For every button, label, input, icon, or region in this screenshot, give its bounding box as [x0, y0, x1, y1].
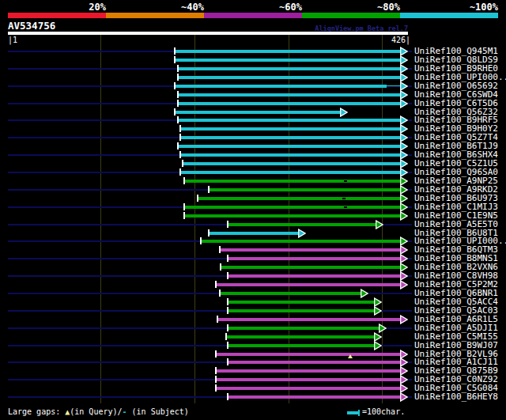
gap-notch	[344, 206, 347, 208]
hit-start-tick	[227, 342, 228, 349]
hit-start-tick	[174, 56, 176, 63]
hit-bar[interactable]	[218, 318, 400, 321]
hit-bar[interactable]	[176, 59, 400, 62]
hit-bar[interactable]	[228, 395, 400, 399]
gap-legend-prefix: Large gaps:	[8, 407, 65, 416]
hit-bar[interactable]	[228, 361, 400, 364]
hit-start-tick	[174, 82, 176, 89]
hit-bar[interactable]	[176, 85, 387, 88]
hit-bar[interactable]	[179, 102, 400, 105]
scale-segment	[106, 13, 204, 18]
hit-start-tick	[174, 47, 176, 55]
hit-start-tick	[183, 212, 185, 219]
scale-segment	[8, 13, 106, 18]
hit-start-tick	[177, 142, 179, 149]
hit-bar[interactable]	[221, 292, 361, 295]
hit-bar[interactable]	[217, 378, 400, 381]
hit-bar[interactable]	[210, 232, 298, 235]
hit-start-tick	[227, 255, 228, 262]
hit-bar[interactable]	[183, 162, 400, 165]
alignview-screen: 20%~40%~60%~80%~100% AV534756 AlignView.…	[0, 0, 506, 420]
gap-notch	[342, 198, 346, 199]
hit-bar[interactable]	[179, 67, 400, 70]
hit-start-tick	[227, 298, 228, 305]
hit-bar[interactable]	[176, 50, 400, 53]
scale-segment-label: ~100%	[470, 2, 498, 13]
hit-start-tick	[179, 134, 181, 141]
hit-bar[interactable]	[181, 136, 400, 139]
hundred-char-sample-bar	[347, 411, 359, 414]
scale-segment-label: 20%	[89, 2, 106, 13]
hit-start-tick	[179, 151, 181, 158]
hundred-char-sample-tick	[358, 410, 360, 416]
gap-legend-subject-text: (in Subject)	[127, 407, 189, 416]
alignment-row: UniRef100_B6HEY8	[0, 392, 506, 402]
hit-bar[interactable]	[185, 180, 400, 183]
hit-bar[interactable]	[228, 257, 400, 260]
query-reference-bar	[8, 32, 408, 35]
hit-start-tick	[227, 307, 228, 314]
hit-start-tick	[177, 65, 179, 72]
hit-bar[interactable]	[228, 274, 400, 278]
hit-start-tick	[177, 100, 179, 107]
hit-bar[interactable]	[179, 76, 400, 79]
hit-start-tick	[227, 324, 228, 331]
hit-bar[interactable]	[181, 127, 400, 131]
hit-label[interactable]: UniRef100_B6HEY8	[414, 392, 498, 402]
hit-bar[interactable]	[179, 119, 400, 122]
gap-legend: Large gaps: ▲(in Query)/- (in Subject)	[8, 407, 189, 417]
hundred-char-label: =100char.	[362, 407, 405, 417]
hit-start-tick	[179, 125, 181, 132]
hit-start-tick	[183, 203, 185, 210]
hit-start-tick	[183, 177, 185, 184]
hit-bar[interactable]	[217, 387, 400, 390]
hit-bar[interactable]	[221, 248, 400, 252]
hit-start-tick	[219, 289, 221, 297]
hit-start-tick	[227, 358, 228, 365]
hit-bar[interactable]	[185, 206, 400, 209]
scale-segment-label: ~40%	[181, 2, 204, 13]
hit-bar[interactable]	[185, 214, 400, 218]
hit-bar[interactable]	[228, 344, 374, 347]
hit-start-tick	[215, 367, 217, 374]
hit-start-tick	[227, 393, 228, 400]
hit-bar[interactable]	[179, 93, 400, 96]
hit-start-tick	[200, 237, 202, 244]
hit-bar[interactable]	[217, 369, 400, 373]
subject-gap-thin-line	[387, 85, 400, 86]
hit-start-tick	[215, 384, 217, 392]
hit-bar[interactable]	[210, 188, 400, 191]
hit-start-tick	[174, 108, 176, 115]
hit-bar[interactable]	[227, 335, 373, 339]
hit-bar[interactable]	[176, 111, 340, 114]
hit-bar[interactable]	[228, 223, 376, 226]
scale-segment	[302, 13, 400, 18]
hit-start-tick	[177, 74, 179, 81]
hit-start-tick	[182, 160, 183, 167]
hit-start-tick	[215, 281, 217, 288]
hit-bar[interactable]	[228, 327, 379, 330]
hit-bar[interactable]	[221, 266, 400, 269]
hit-bar[interactable]	[202, 240, 400, 243]
hit-bar[interactable]	[181, 153, 400, 157]
hit-bar[interactable]	[181, 171, 400, 174]
hit-arrowhead-icon	[400, 392, 408, 402]
hit-bar[interactable]	[228, 309, 374, 312]
hit-bar[interactable]	[179, 145, 400, 148]
gap-legend-query-text: (in Query)/	[70, 407, 122, 416]
hit-start-tick	[179, 168, 181, 176]
hit-start-tick	[217, 316, 218, 323]
gap-notch	[344, 180, 347, 182]
hit-start-tick	[215, 350, 217, 358]
ruler-start-label: |1	[8, 36, 17, 45]
hit-bar[interactable]	[228, 301, 374, 304]
hit-bar[interactable]	[217, 353, 400, 356]
hit-start-tick	[177, 116, 179, 123]
hit-start-tick	[227, 272, 228, 279]
hit-bar[interactable]	[198, 197, 400, 200]
hit-start-tick	[219, 246, 221, 253]
scale-segment-label: ~60%	[279, 2, 302, 13]
scale-segment	[400, 13, 498, 18]
scale-segment	[204, 13, 302, 18]
hit-bar[interactable]	[217, 283, 400, 286]
